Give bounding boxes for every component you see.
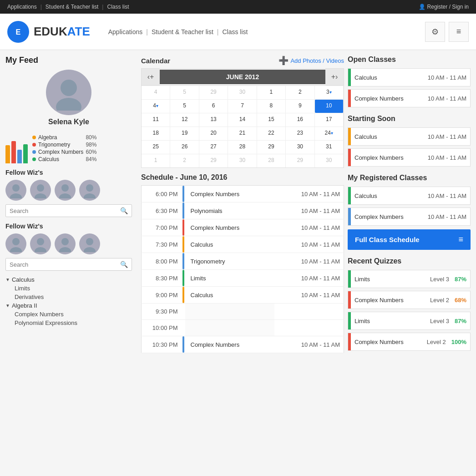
indicator-bar [182, 336, 184, 353]
svg-point-4 [12, 184, 20, 192]
fellow-wiz-title-1: Fellow Wiz's [5, 169, 132, 176]
topbar-class-list[interactable]: Class list [107, 4, 129, 10]
cal-cell[interactable]: 4 [142, 99, 170, 113]
legend-dot [32, 150, 36, 154]
cal-cell[interactable]: 24 [315, 127, 344, 140]
tree-item[interactable]: ▼ Algebra II [5, 301, 132, 310]
nav-class-list[interactable]: Class list [222, 28, 248, 35]
cal-cell[interactable]: 1 [142, 154, 170, 167]
tree-sub-item[interactable]: Polynomial Expressions [15, 319, 132, 327]
cal-cell[interactable]: 1 [257, 86, 286, 99]
cal-cell-today[interactable]: 10 [315, 99, 344, 113]
cal-cell[interactable]: 3 [315, 86, 344, 99]
svg-point-14 [37, 238, 44, 245]
quiz-item[interactable]: Limits Level 3 87% [348, 312, 471, 330]
schedule-class[interactable]: Limits [185, 270, 275, 287]
schedule-class[interactable]: Calculus [185, 236, 275, 253]
search-box-1[interactable]: 🔍 [5, 204, 132, 217]
cal-cell[interactable]: 27 [199, 140, 228, 154]
quiz-name: Limits [351, 313, 428, 329]
nav-student-teacher[interactable]: Student & Teacher list [152, 28, 213, 35]
class-item[interactable]: Complex Numbers 10 AM - 11 AM [348, 89, 471, 107]
cal-cell[interactable]: 21 [228, 127, 257, 140]
cal-cell[interactable]: 29 [257, 140, 286, 154]
cal-cell[interactable]: 17 [315, 113, 344, 127]
cal-cell[interactable]: 4 [142, 86, 170, 99]
schedule-class[interactable]: Complex Numbers [185, 219, 275, 236]
quiz-item[interactable]: Complex Numbers Level 2 100% [348, 333, 471, 351]
cal-cell[interactable]: 5 [170, 86, 199, 99]
cal-cell[interactable]: 5 [170, 99, 199, 113]
cal-next-btn[interactable]: +› [325, 69, 344, 85]
class-item[interactable]: Calculus 10 AM - 11 AM [348, 127, 471, 146]
tree-arrow: ▼ [5, 277, 10, 282]
full-schedule-button[interactable]: Full Class Schedule ≡ [348, 229, 471, 250]
tree-sub-item[interactable]: Derivatives [15, 293, 132, 301]
cal-cell[interactable]: 30 [315, 154, 344, 167]
class-item[interactable]: Complex Numbers 10 AM - 11 AM [348, 208, 471, 226]
cal-cell[interactable]: 22 [257, 127, 286, 140]
legend-name: Algebra [38, 134, 83, 141]
menu-button[interactable]: ≡ [449, 22, 469, 42]
legend-pct: 98% [86, 142, 96, 148]
schedule-class[interactable]: Calculus [185, 287, 275, 304]
cal-cell[interactable]: 29 [199, 154, 228, 167]
cal-cell[interactable]: 11 [142, 113, 170, 127]
cal-cell[interactable]: 29 [286, 154, 314, 167]
class-item[interactable]: Calculus 10 AM - 11 AM [348, 187, 471, 205]
schedule-class[interactable]: Trigonometry [185, 253, 275, 270]
cal-cell[interactable]: 20 [199, 127, 228, 140]
topbar-register[interactable]: 👤 Register / Sign in [419, 4, 469, 10]
cal-cell[interactable]: 31 [315, 140, 344, 154]
topbar-student-teacher[interactable]: Student & Teacher list [46, 4, 99, 10]
cal-cell[interactable]: 29 [199, 86, 228, 99]
cal-cell[interactable]: 30 [228, 86, 257, 99]
cal-cell[interactable]: 12 [170, 113, 199, 127]
schedule-class[interactable]: Complex Numbers [185, 186, 275, 203]
quiz-item[interactable]: Limits Level 3 87% [348, 270, 471, 288]
cal-cell[interactable]: 28 [228, 140, 257, 154]
indicator-bar [182, 186, 184, 202]
cal-cell[interactable]: 23 [286, 127, 314, 140]
cal-cell[interactable]: 13 [199, 113, 228, 127]
cal-cell[interactable]: 7 [228, 99, 257, 113]
cal-cell[interactable]: 14 [228, 113, 257, 127]
schedule-class[interactable]: Polynomials [185, 203, 275, 219]
schedule-class[interactable]: Complex Numbers [185, 336, 275, 353]
cal-cell[interactable]: 9 [286, 99, 314, 113]
cal-cell[interactable]: 25 [142, 140, 170, 154]
top-bar: Applications | Student & Teacher list | … [0, 0, 476, 14]
legend-name: Trigonometry [38, 142, 83, 148]
cal-cell[interactable]: 30 [228, 154, 257, 167]
fellow-avatars-1 [5, 180, 132, 201]
cal-cell[interactable]: 18 [142, 127, 170, 140]
topbar-applications[interactable]: Applications [7, 4, 37, 10]
cal-prev-btn[interactable]: ‹+ [142, 69, 160, 85]
cal-cell[interactable]: 30 [286, 140, 314, 154]
class-item[interactable]: Calculus 10 AM - 11 AM [348, 68, 471, 86]
search-box-2[interactable]: 🔍 [5, 258, 132, 271]
svg-point-12 [12, 238, 20, 245]
search-input-2[interactable] [10, 261, 120, 268]
cal-cell[interactable]: 2 [170, 154, 199, 167]
quiz-item[interactable]: Complex Numbers Level 2 68% [348, 291, 471, 309]
add-photos-button[interactable]: ➕ Add Photos / Videos [279, 56, 344, 66]
cal-cell[interactable]: 6 [199, 99, 228, 113]
search-icon-1[interactable]: 🔍 [120, 207, 128, 214]
tree-sub-item[interactable]: Complex Numbers [15, 310, 132, 319]
cal-cell[interactable]: 8 [257, 99, 286, 113]
nav-applications[interactable]: Applications [108, 28, 143, 35]
fellow-avatar [30, 233, 51, 254]
class-item[interactable]: Complex Numbers 10 AM - 11 AM [348, 148, 471, 167]
cal-cell[interactable]: 15 [257, 113, 286, 127]
tree-sub-item[interactable]: Limits [15, 284, 132, 293]
search-input-1[interactable] [10, 208, 120, 214]
cal-cell[interactable]: 19 [170, 127, 199, 140]
settings-button[interactable]: ⚙ [425, 22, 445, 42]
tree-item[interactable]: ▼ Calculus [5, 275, 132, 284]
cal-cell[interactable]: 26 [170, 140, 199, 154]
cal-cell[interactable]: 28 [257, 154, 286, 167]
cal-cell[interactable]: 16 [286, 113, 314, 127]
cal-cell[interactable]: 2 [286, 86, 314, 99]
search-icon-2[interactable]: 🔍 [120, 261, 128, 268]
